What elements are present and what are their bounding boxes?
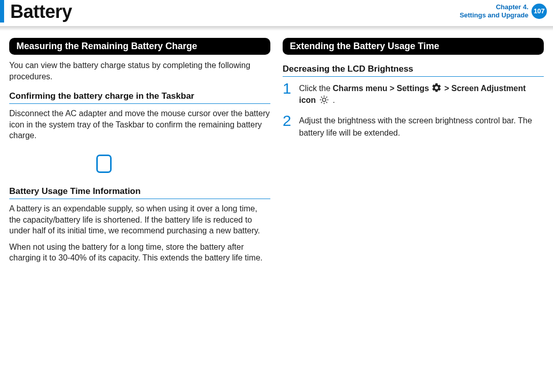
- brightness-icon: [318, 95, 330, 105]
- settings-gear-icon: [431, 82, 442, 93]
- right-column: Extending the Battery Usage Time Decreas…: [283, 38, 544, 273]
- subheading-brightness: Decreasing the LCD Brightness: [283, 64, 544, 77]
- svg-line-6: [327, 102, 328, 103]
- content-columns: Measuring the Remaining Battery Charge Y…: [0, 31, 553, 273]
- chapter-line-2: Settings and Upgrade: [460, 11, 528, 19]
- step-1: 1 Click the Charms menu > Settings > Scr…: [283, 81, 544, 106]
- usage-info-body-1: A battery is an expendable supply, so wh…: [9, 203, 270, 236]
- subheading-usage-info: Battery Usage Time Information: [9, 186, 270, 199]
- section-heading-measuring: Measuring the Remaining Battery Charge: [9, 38, 270, 55]
- section-heading-extending: Extending the Battery Usage Time: [283, 38, 544, 55]
- subheading-taskbar: Confirming the battery charge in the Tas…: [9, 91, 270, 104]
- step-number-2: 2: [283, 113, 294, 138]
- taskbar-body: Disconnect the AC adapter and move the m…: [9, 108, 270, 141]
- step1-text-a: Click the: [299, 84, 333, 93]
- svg-line-8: [327, 97, 328, 98]
- page-header: Battery Chapter 4. Settings and Upgrade …: [0, 0, 553, 23]
- step-number-1: 1: [283, 81, 294, 106]
- usage-info-body-2: When not using the battery for a long ti…: [9, 242, 270, 264]
- step-2-body: Adjust the brightness with the screen br…: [299, 113, 544, 138]
- chapter-block: Chapter 4. Settings and Upgrade 107: [460, 1, 547, 19]
- battery-tooltip-placeholder-icon: [96, 155, 112, 173]
- header-shadow: [0, 26, 553, 31]
- step1-text-b: Charms menu > Settings: [333, 84, 429, 93]
- step-1-body: Click the Charms menu > Settings > Scree…: [299, 81, 544, 106]
- step-2: 2 Adjust the brightness with the screen …: [283, 113, 544, 138]
- step1-text-end: .: [330, 96, 335, 104]
- chapter-line-1: Chapter 4.: [460, 3, 528, 11]
- svg-line-5: [321, 97, 322, 98]
- chapter-text: Chapter 4. Settings and Upgrade: [460, 3, 528, 19]
- accent-bar: [0, 0, 4, 23]
- page-title: Battery: [10, 1, 72, 23]
- svg-point-0: [323, 98, 326, 102]
- intro-text: You can view the battery charge status b…: [9, 60, 270, 82]
- page-number-badge: 107: [531, 4, 547, 19]
- svg-line-7: [321, 102, 322, 103]
- left-column: Measuring the Remaining Battery Charge Y…: [9, 38, 270, 273]
